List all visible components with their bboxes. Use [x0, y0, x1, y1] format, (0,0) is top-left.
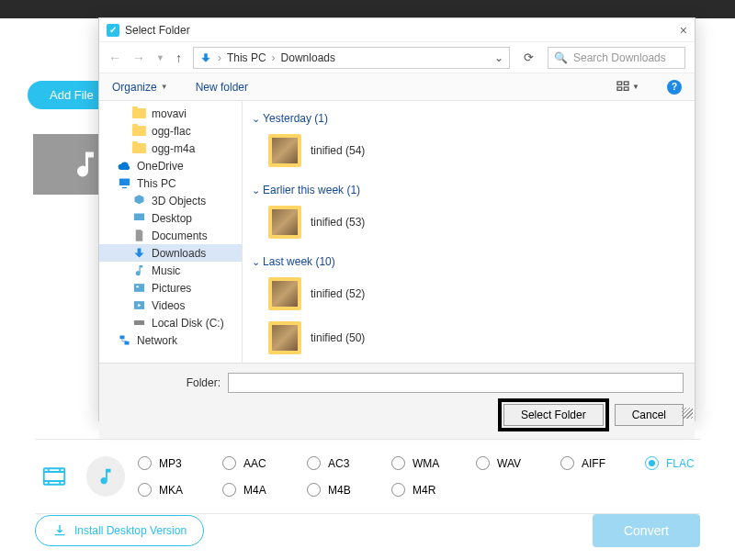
cancel-button[interactable]: Cancel: [615, 404, 684, 426]
monitor-icon: [118, 176, 131, 190]
group-header[interactable]: Last week (10): [252, 255, 685, 268]
item-name: tinified (50): [311, 331, 365, 344]
document-icon: [132, 229, 146, 242]
nav-forward-icon[interactable]: →: [132, 50, 145, 65]
audio-format-icon[interactable]: [86, 456, 125, 497]
onedrive-icon: [118, 159, 131, 173]
radio-icon: [391, 483, 405, 497]
format-option-aac[interactable]: AAC: [222, 456, 277, 470]
group-header[interactable]: Yesterday (1): [252, 112, 685, 125]
format-label: FLAC: [666, 457, 695, 470]
app-top-bar: [0, 0, 735, 18]
format-option-mp3[interactable]: MP3: [138, 456, 193, 470]
svg-rect-6: [134, 214, 144, 221]
breadcrumb[interactable]: › This PC › Downloads ⌄: [193, 47, 510, 69]
organize-menu[interactable]: Organize▼: [112, 81, 168, 94]
svg-rect-11: [120, 336, 125, 340]
format-option-mka[interactable]: MKA: [138, 483, 193, 497]
tree-item-ogg-flac[interactable]: ogg-flac: [99, 122, 242, 140]
format-option-m4a[interactable]: M4A: [222, 483, 277, 497]
radio-icon: [560, 456, 574, 470]
search-input[interactable]: 🔍 Search Downloads: [548, 47, 685, 69]
tree-item-downloads[interactable]: Downloads: [99, 244, 242, 262]
svg-rect-4: [624, 87, 628, 90]
tree-item-onedrive[interactable]: OneDrive: [99, 157, 242, 174]
download-icon: [132, 246, 146, 260]
radio-icon: [222, 456, 236, 470]
format-label: MKA: [159, 484, 183, 497]
format-option-wav[interactable]: WAV: [476, 456, 531, 470]
format-option-flac[interactable]: FLAC: [645, 456, 700, 470]
item-name: tinified (54): [311, 144, 365, 157]
format-label: WMA: [413, 457, 439, 470]
tree-item-this-pc[interactable]: This PC: [99, 174, 242, 192]
file-list[interactable]: Yesterday (1)tinified (54)Earlier this w…: [243, 101, 695, 363]
tree-item-desktop[interactable]: Desktop: [99, 209, 242, 227]
refresh-icon[interactable]: ⟳: [521, 50, 537, 64]
desktop-icon: [132, 211, 146, 225]
format-label: AAC: [243, 457, 266, 470]
svg-rect-3: [617, 87, 622, 90]
nav-back-icon[interactable]: ←: [108, 50, 121, 65]
folder-thumb-icon: [268, 206, 301, 239]
radio-icon: [222, 483, 236, 497]
chevron-down-icon[interactable]: ▼: [156, 53, 164, 62]
radio-icon: [307, 483, 321, 497]
close-icon[interactable]: ×: [680, 23, 687, 38]
crumb-thispc[interactable]: This PC: [227, 51, 266, 64]
crumb-dropdown-icon[interactable]: ⌄: [494, 51, 503, 64]
radio-icon: [645, 456, 659, 470]
svg-rect-7: [134, 284, 144, 292]
convert-button[interactable]: Convert: [593, 514, 700, 547]
arrow-down-blue-icon: [199, 51, 212, 64]
tree-item-videos[interactable]: Videos: [99, 297, 242, 314]
nav-up-icon[interactable]: ↑: [175, 50, 182, 65]
format-label: AC3: [328, 457, 349, 470]
tree-item-3d-objects[interactable]: 3D Objects: [99, 192, 242, 209]
tree-item-pictures[interactable]: Pictures: [99, 279, 242, 297]
item-name: tinified (53): [311, 216, 365, 229]
tree-item-movavi[interactable]: movavi: [99, 105, 242, 122]
format-option-aiff[interactable]: AIFF: [560, 456, 616, 470]
disk-icon: [132, 316, 146, 330]
download-icon: [52, 523, 67, 538]
radio-icon: [391, 456, 405, 470]
view-options-icon[interactable]: ▼: [616, 80, 639, 95]
format-option-m4b[interactable]: M4B: [307, 483, 362, 497]
format-label: WAV: [497, 457, 521, 470]
folder-icon: [132, 141, 146, 155]
tree-item-ogg-m4a[interactable]: ogg-m4a: [99, 140, 242, 157]
format-option-ac3[interactable]: AC3: [307, 456, 362, 470]
help-icon[interactable]: ?: [667, 80, 682, 95]
svg-rect-5: [119, 179, 130, 186]
tree-item-network[interactable]: Network: [99, 331, 242, 349]
select-folder-button[interactable]: Select Folder: [503, 404, 604, 426]
list-item[interactable]: tinified (54): [268, 134, 452, 167]
install-desktop-button[interactable]: Install Desktop Version: [35, 515, 204, 546]
search-icon: 🔍: [554, 51, 568, 64]
format-label: M4R: [413, 484, 435, 497]
item-name: tinified (52): [311, 287, 365, 300]
video-format-icon[interactable]: [35, 456, 74, 497]
folder-tree[interactable]: movaviogg-flacogg-m4aOneDriveThis PC3D O…: [99, 101, 243, 363]
resize-handle[interactable]: [682, 408, 693, 419]
group-header[interactable]: Earlier this week (1): [252, 184, 685, 196]
new-folder-button[interactable]: New folder: [196, 81, 248, 94]
crumb-downloads[interactable]: Downloads: [281, 51, 335, 64]
tree-item-local-disk-c-[interactable]: Local Disk (C:): [99, 314, 242, 331]
tree-item-music[interactable]: Music: [99, 262, 242, 279]
list-item[interactable]: tinified (53): [268, 206, 452, 239]
3d-icon: [132, 194, 146, 207]
folder-name-input[interactable]: [228, 373, 684, 393]
install-label: Install Desktop Version: [74, 524, 187, 537]
format-selector: MP3AACAC3WMAWAVAIFFFLACMKAM4AM4BM4R: [35, 439, 700, 514]
list-item[interactable]: tinified (52): [268, 277, 452, 310]
format-option-wma[interactable]: WMA: [391, 456, 447, 470]
format-option-m4r[interactable]: M4R: [391, 483, 447, 497]
radio-icon: [307, 456, 321, 470]
list-item[interactable]: tinified (50): [268, 321, 452, 354]
folder-thumb-icon: [268, 277, 301, 310]
svg-rect-0: [44, 468, 65, 485]
folder-thumb-icon: [268, 321, 301, 354]
tree-item-documents[interactable]: Documents: [99, 227, 242, 244]
